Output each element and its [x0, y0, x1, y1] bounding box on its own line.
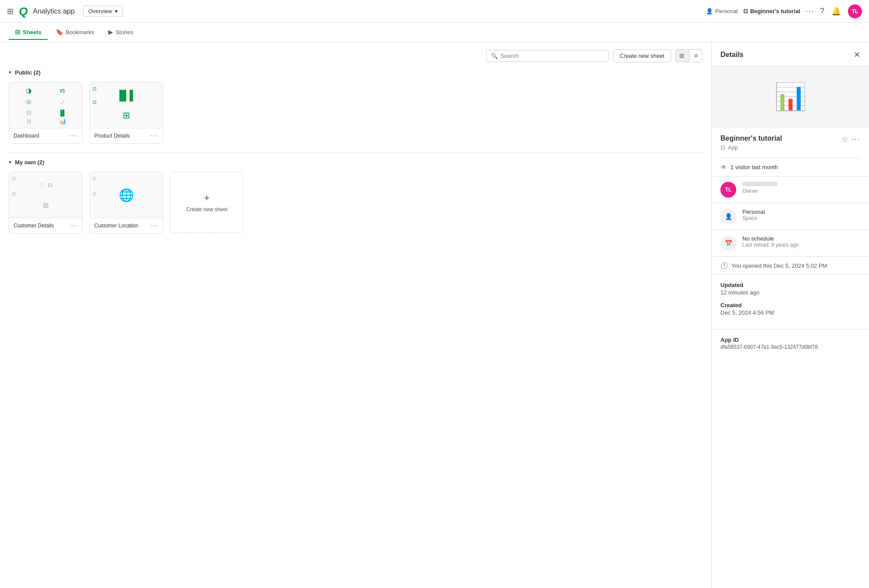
- panel-visitor-stats: 👁 1 visitor last month: [712, 158, 869, 177]
- app-icon: ⊡: [743, 8, 748, 14]
- create-card-label: Create new sheet: [186, 206, 227, 213]
- panel-owner-row: TL Owner: [712, 177, 869, 203]
- location-footer: Customer Location ···: [90, 218, 163, 233]
- schedule-icon: 📅: [725, 240, 732, 247]
- tab-bookmarks-label: Bookmarks: [66, 29, 94, 35]
- sheet-card-customer-details[interactable]: ⁙ ⊟ ⊞ ⊡ ⊡ Customer Details ···: [9, 172, 82, 234]
- help-icon[interactable]: ?: [820, 7, 824, 16]
- myown-sheets-grid: ⁙ ⊟ ⊞ ⊡ ⊡ Customer Details ···: [9, 172, 702, 234]
- sheet-card-dashboard[interactable]: ◑ #1 ⓪ ⟋ ⊟: [9, 82, 82, 144]
- updated-row: Updated 12 minutes ago: [720, 282, 860, 296]
- product-thumb-bottom: ⊞: [94, 106, 158, 124]
- grid-menu-icon[interactable]: ⊞: [7, 7, 14, 16]
- stories-icon: ▶: [108, 28, 113, 35]
- updated-label: Updated: [720, 282, 860, 288]
- customer-thumbnail: ⁙ ⊟ ⊞ ⊡ ⊡: [9, 172, 82, 218]
- product-thumbnail: ▐▌▌ ⊞ ⊡ ⊡: [90, 82, 163, 128]
- sheets-icon: ⊟: [15, 28, 20, 35]
- owner-avatar-initials: TL: [725, 187, 732, 193]
- create-sheet-button[interactable]: Create new sheet: [613, 50, 671, 62]
- thumb-cell-8: 📊: [46, 118, 78, 124]
- person-space-icon: 👤: [725, 213, 732, 220]
- create-plus-icon: +: [204, 192, 210, 204]
- panel-app-type-row: ⊡ App: [720, 144, 782, 151]
- owner-info: Owner: [742, 182, 860, 194]
- product-menu-button[interactable]: ···: [150, 132, 158, 140]
- appid-label: App ID: [720, 337, 860, 343]
- user-avatar[interactable]: TL: [848, 4, 862, 18]
- public-sheets-grid: ◑ #1 ⓪ ⟋ ⊟: [9, 82, 702, 144]
- product-footer: Product Details ···: [90, 128, 163, 143]
- owner-label: Owner: [742, 188, 860, 194]
- created-label: Created: [720, 302, 860, 308]
- last-reload: Last reload: 9 years ago: [742, 242, 860, 248]
- notifications-icon[interactable]: 🔔: [831, 7, 841, 16]
- section-public-header[interactable]: ▾ Public (2): [9, 69, 702, 76]
- panel-close-button[interactable]: ✕: [854, 50, 860, 60]
- list-view-button[interactable]: ≡: [689, 49, 702, 62]
- grid-view-button[interactable]: ⊞: [675, 49, 688, 62]
- section-divider: [9, 152, 702, 153]
- thumb-cell-7: ⊟: [13, 118, 45, 124]
- thumb-cell-5: ⊟: [13, 109, 45, 116]
- eye-icon: 👁: [720, 163, 727, 171]
- app-name: Analytics app: [33, 7, 74, 15]
- section-public-label: Public (2): [15, 69, 41, 76]
- panel-more-button[interactable]: ···: [852, 135, 860, 143]
- owner-avatar: TL: [720, 182, 736, 198]
- panel-app-type: App: [728, 144, 738, 151]
- tab-sheets[interactable]: ⊟ Sheets: [9, 25, 48, 40]
- space-name: Personal: [742, 209, 860, 215]
- panel-title: Details: [720, 51, 743, 59]
- qlik-logo: Q: [19, 6, 28, 17]
- tutorial-button[interactable]: ⊡ Beginner's tutorial: [743, 8, 800, 14]
- thumb-cell-6: ▐▌: [46, 109, 78, 116]
- sheet-card-customer-location[interactable]: 🌐 ⊡ ⊡ Customer Location ···: [89, 172, 163, 234]
- personal-space-button[interactable]: 👤 Personal: [706, 8, 738, 14]
- preview-app-icon: 📊: [774, 81, 807, 112]
- panel-schedule-row: 📅 No schedule Last reload: 9 years ago: [712, 230, 869, 257]
- panel-space-row: 👤 Personal Space: [712, 203, 869, 230]
- personal-label: Personal: [715, 8, 738, 14]
- opened-text: You opened this Dec 5, 2024 5:02 PM: [731, 262, 827, 269]
- search-box[interactable]: 🔍: [486, 50, 609, 62]
- favorite-button[interactable]: ☆: [841, 135, 848, 144]
- location-menu-button[interactable]: ···: [150, 222, 158, 230]
- search-input[interactable]: [500, 53, 604, 59]
- sheet-card-product-details[interactable]: ▐▌▌ ⊞ ⊡ ⊡ Product Details ···: [89, 82, 163, 144]
- schedule-info: No schedule Last reload: 9 years ago: [742, 235, 860, 248]
- panel-app-title: Beginner's tutorial: [720, 135, 782, 142]
- visitor-count-text: 1 visitor last month: [731, 164, 778, 170]
- view-toggle: ⊞ ≡: [675, 49, 702, 62]
- location-thumbnail: 🌐 ⊡ ⊡: [90, 172, 163, 218]
- thumb-cell-2: #1: [46, 86, 78, 96]
- thumb-cell-3: ⓪: [13, 98, 45, 108]
- panel-header: Details ✕: [712, 42, 869, 66]
- create-new-sheet-card[interactable]: + Create new sheet: [170, 172, 244, 233]
- space-info: Personal Space: [742, 209, 860, 221]
- more-options-button[interactable]: ···: [805, 7, 815, 16]
- navbar: ⊞ Q Analytics app Overview ▾ 👤 Personal …: [0, 0, 869, 23]
- appid-value: dfa58537-6907-47e1-9ac5-132477d0bf78: [720, 344, 860, 350]
- view-dropdown[interactable]: Overview ▾: [83, 6, 122, 17]
- tutorial-label: Beginner's tutorial: [750, 8, 800, 14]
- section-public-chevron: ▾: [9, 70, 11, 75]
- clock-icon: 🕐: [720, 262, 728, 269]
- thumb-cell-4: ⟋: [46, 98, 78, 108]
- schedule-label: No schedule: [742, 235, 860, 242]
- tab-stories[interactable]: ▶ Stories: [102, 25, 139, 40]
- bookmarks-icon: 🔖: [56, 28, 63, 35]
- customer-location-name: Customer Location: [94, 223, 138, 229]
- product-thumb-top: ▐▌▌: [94, 87, 158, 104]
- panel-app-section: Beginner's tutorial ⊡ App ☆ ···: [712, 128, 869, 158]
- panel-opened-row: 🕐 You opened this Dec 5, 2024 5:02 PM: [712, 257, 869, 275]
- customer-details-menu-button[interactable]: ···: [70, 222, 78, 230]
- product-details-name: Product Details: [94, 133, 130, 139]
- created-row: Created Dec 5, 2024 4:56 PM: [720, 302, 860, 316]
- dashboard-thumbnail: ◑ #1 ⓪ ⟋ ⊟: [9, 82, 82, 128]
- tabbar: ⊟ Sheets 🔖 Bookmarks ▶ Stories: [0, 23, 869, 42]
- dashboard-menu-button[interactable]: ···: [70, 132, 78, 140]
- thumb-cell-1: ◑: [13, 86, 45, 96]
- section-myown-header[interactable]: ▾ My own (2): [9, 159, 702, 166]
- tab-bookmarks[interactable]: 🔖 Bookmarks: [50, 25, 100, 40]
